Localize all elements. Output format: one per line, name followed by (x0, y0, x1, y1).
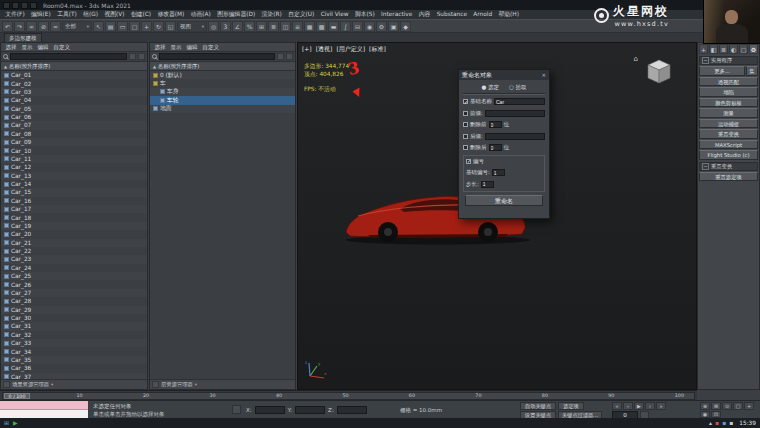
reference-coordinate-dropdown[interactable]: 视图 (177, 21, 207, 32)
explorer-column-header[interactable]: ▲ 名称(按升序排序) (1, 62, 147, 71)
selection-set-dropdown[interactable]: 选定项 (558, 402, 584, 410)
viewcube-home-icon[interactable]: ⌂ (634, 55, 638, 63)
remove-first-input[interactable] (489, 121, 502, 128)
more-utilities-button[interactable]: 更多... (699, 66, 745, 76)
scene-object-row[interactable]: Car_04 (1, 96, 147, 104)
use-pivot-center-icon[interactable]: ◎ (208, 21, 219, 32)
select-and-move-icon[interactable]: + (141, 21, 152, 32)
layer-column-header[interactable]: ▲ 名称(按升序排序) (150, 62, 295, 71)
ribbon-tab-modeling[interactable]: 多边形建模 (4, 33, 42, 42)
explorer-menu-item[interactable]: 自定义 (51, 43, 73, 52)
menu-item[interactable]: 组(G) (80, 10, 101, 19)
tray-app1-icon[interactable]: ▪ (715, 418, 719, 428)
viewcube[interactable] (644, 57, 674, 87)
menu-item[interactable]: 文件(F) (2, 10, 28, 19)
modify-tab-icon[interactable]: ◧ (709, 44, 718, 54)
rename-button[interactable]: 重命名 (465, 195, 543, 206)
tray-app3-icon[interactable]: ▪ (729, 418, 733, 428)
menu-item[interactable]: 工具(T) (54, 10, 80, 19)
save-icon[interactable] (12, 2, 19, 9)
rendered-frame-window-icon[interactable]: ▣ (388, 21, 399, 32)
explorer-search-input[interactable] (10, 53, 127, 60)
scene-object-row[interactable]: Car_36 (1, 364, 147, 372)
snap-toggle-3d-icon[interactable]: 3 (220, 21, 231, 32)
utility-button[interactable]: 测量 (699, 108, 758, 118)
menu-item[interactable]: 创建(C) (128, 10, 155, 19)
maxscript-listener-pink-line[interactable] (0, 401, 88, 410)
explorer-options-icon[interactable] (138, 53, 145, 60)
utilities-rollout-header[interactable]: 实用程序 (699, 56, 758, 65)
menu-item[interactable]: 修改器(M) (154, 10, 187, 19)
ribbon-toggle-icon[interactable]: ▬ (328, 21, 339, 32)
scene-object-row[interactable]: Car_33 (1, 339, 147, 347)
app-logo-icon[interactable] (3, 2, 10, 9)
layer-menu-item[interactable]: 编辑 (184, 43, 200, 52)
menu-item[interactable]: 渲染(R) (258, 10, 285, 19)
create-tab-icon[interactable]: + (699, 44, 708, 54)
layer-filter-icon[interactable] (277, 53, 284, 60)
explorer-menu-item[interactable]: 显示 (19, 43, 35, 52)
scene-object-row[interactable]: Car_19 (1, 222, 147, 230)
base-name-input[interactable] (494, 98, 545, 105)
tray-expand-icon[interactable]: ▴ (709, 418, 712, 428)
recorder-play-icon[interactable]: ▶ (13, 418, 18, 428)
next-frame-icon[interactable]: › (645, 402, 655, 410)
scene-object-row[interactable]: Car_18 (1, 213, 147, 221)
schematic-view-icon[interactable]: ⊟ (352, 21, 363, 32)
radio-selected[interactable]: ● 选定 (481, 84, 499, 91)
motion-tab-icon[interactable]: ◐ (729, 44, 738, 54)
undo-icon[interactable]: ↶ (2, 21, 13, 32)
undo-quick-icon[interactable] (21, 2, 28, 9)
menu-item[interactable]: Arnold (470, 10, 495, 19)
layer-explorer-icon[interactable]: ▩ (316, 21, 327, 32)
play-animation-icon[interactable]: ▶ (634, 402, 644, 410)
timeline-track[interactable]: 0 / 100 0102030405060708090100 (2, 392, 695, 400)
redo-icon[interactable]: ↷ (14, 21, 25, 32)
layer-search-input[interactable] (159, 53, 275, 60)
explorer-menu-item[interactable]: 选择 (3, 43, 19, 52)
scene-object-row[interactable]: Car_15 (1, 188, 147, 196)
suffix-checkbox[interactable] (463, 134, 468, 139)
remove-first-checkbox[interactable] (463, 122, 468, 127)
align-icon[interactable]: ≡ (292, 21, 303, 32)
menu-item[interactable]: 内容 (416, 10, 434, 19)
scene-object-row[interactable]: Car_10 (1, 146, 147, 154)
layer-options-icon[interactable] (286, 53, 293, 60)
scene-object-row[interactable]: Car_11 (1, 155, 147, 163)
crossing-selection-icon[interactable]: ▢ (129, 21, 140, 32)
go-to-start-icon[interactable]: « (612, 402, 622, 410)
orbit-view-icon[interactable]: ◉ (700, 411, 710, 419)
numbering-checkbox[interactable] (466, 159, 471, 164)
selection-filter-dropdown[interactable]: 全部 (62, 21, 92, 32)
utility-button[interactable]: 重置变换 (699, 129, 758, 139)
scene-object-row[interactable]: Car_03 (1, 88, 147, 96)
remove-last-checkbox[interactable] (463, 145, 468, 150)
auto-key-button[interactable]: 自动关键点 (520, 402, 556, 410)
scene-object-row[interactable]: Car_09 (1, 138, 147, 146)
scene-object-row[interactable]: Car_28 (1, 297, 147, 305)
scene-object-row[interactable]: Car_31 (1, 322, 147, 330)
menu-item[interactable]: 动画(A) (188, 10, 214, 19)
select-and-scale-icon[interactable]: ◱ (165, 21, 176, 32)
maximize-viewport-icon[interactable]: ⊡ (711, 411, 721, 419)
layer-new-icon[interactable] (152, 381, 159, 388)
utilities-tab-icon[interactable]: ⚙ (749, 44, 758, 54)
hierarchy-tab-icon[interactable]: ≣ (719, 44, 728, 54)
viewport-shading-label[interactable]: [标准] (369, 45, 386, 54)
layer-row[interactable]: 地面 (150, 105, 295, 113)
x-coordinate-input[interactable] (255, 406, 285, 414)
angle-snap-icon[interactable]: ∠ (232, 21, 243, 32)
scene-object-row[interactable]: Car_34 (1, 347, 147, 355)
scene-object-row[interactable]: Car_17 (1, 205, 147, 213)
utility-button[interactable]: 颜色剪贴板 (699, 98, 758, 108)
scene-object-row[interactable]: Car_01 (1, 71, 147, 79)
scene-explorer-toggle-icon[interactable]: ▦ (304, 21, 315, 32)
scene-object-row[interactable]: Car_12 (1, 163, 147, 171)
time-slider-handle[interactable]: 0 / 100 (4, 393, 30, 399)
scene-object-row[interactable]: Car_35 (1, 356, 147, 364)
dialog-title-bar[interactable]: 重命名对象 × (459, 70, 549, 80)
scene-object-row[interactable]: Car_22 (1, 247, 147, 255)
layer-row[interactable]: 0 (默认) (150, 71, 295, 79)
previous-frame-icon[interactable]: ‹ (623, 402, 633, 410)
zoom-extents-icon[interactable]: ⊙ (722, 402, 732, 410)
